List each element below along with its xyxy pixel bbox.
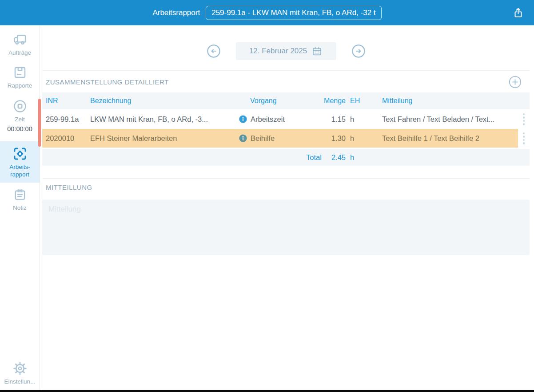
notepad-icon	[12, 187, 28, 202]
sidebar-item-rapporte[interactable]: Rapporte	[0, 65, 40, 89]
recording-indicator	[38, 99, 41, 147]
total-label: Total	[306, 153, 322, 161]
cell-mitteilung: Text Fahren / Text Beladen / Text...	[364, 115, 518, 124]
table-row-selected[interactable]: 2020010 EFH Steiner Malerarbeiten Beihil	[42, 129, 530, 148]
cell-vorgang: Beihilfe	[239, 134, 295, 143]
machine-selector-button[interactable]: 259-99.1a - LKW MAN mit Kran, FB, o ARd,…	[206, 6, 381, 20]
table-header-row: INR Bezeichnung Vorgang Menge EH Mitteil…	[42, 92, 530, 109]
message-section-title: MITTEILLUNG	[46, 184, 92, 191]
row-menu-button[interactable]	[518, 129, 530, 148]
cell-mitteilung: Text Beihilfe 1 / Text Beihilfe 2	[364, 134, 518, 143]
sidebar: Aufträge Rapporte	[0, 25, 40, 392]
message-section-header: MITTEILLUNG	[42, 179, 530, 195]
date-picker-button[interactable]: 12. Februar 2025	[236, 42, 336, 60]
truck-icon	[12, 32, 28, 47]
sidebar-item-einstellungen[interactable]: Einstellun...	[0, 361, 40, 385]
table-total-row: Total2.45 h	[42, 149, 530, 166]
cell-eh: h	[346, 134, 364, 143]
vorgang-label: Arbeitszeit	[251, 115, 285, 124]
cell-menge: 1.30	[295, 134, 346, 143]
column-header-inr: INR	[46, 97, 90, 105]
work-report-icon	[12, 146, 28, 162]
date-label: 12. Februar 2025	[249, 47, 307, 56]
info-icon[interactable]	[239, 115, 247, 123]
add-entry-button[interactable]	[509, 76, 522, 88]
total-value: 2.45	[331, 153, 346, 161]
previous-day-button[interactable]	[207, 44, 221, 58]
column-header-mitteilung: Mitteilung	[364, 97, 530, 105]
sidebar-item-arbeitsrapport[interactable]: Arbeits-rapport	[0, 141, 40, 183]
cell-inr: 259-99.1a	[46, 115, 90, 124]
share-icon	[512, 7, 524, 19]
reports-icon	[12, 65, 28, 80]
message-input[interactable]	[42, 200, 530, 255]
summary-table: INR Bezeichnung Vorgang Menge EH Mitteil…	[42, 92, 530, 166]
sidebar-item-label: Arbeits-rapport	[9, 164, 30, 179]
cell-bezeichnung: EFH Steiner Malerarbeiten	[90, 134, 239, 143]
column-header-vorgang: Vorgang	[239, 97, 295, 105]
column-header-bezeichnung: Bezeichnung	[90, 97, 239, 105]
sidebar-item-label: Zeit	[15, 116, 25, 123]
cell-inr: 2020010	[46, 134, 90, 143]
top-bar: Arbeitsrapport 259-99.1a - LKW MAN mit K…	[0, 0, 534, 25]
content-area: 12. Februar 2025	[40, 25, 534, 392]
sidebar-item-label: Rapporte	[8, 82, 32, 89]
summary-section-header: ZUSAMMENSTELLUNG DETAILLIERT	[42, 71, 530, 92]
arrow-left-circle-icon	[207, 44, 221, 58]
cell-bezeichnung: LKW MAN mit Kran, FB, o ARd, -3...	[90, 115, 239, 124]
main-area: Aufträge Rapporte	[0, 25, 534, 392]
sidebar-item-notiz[interactable]: Notiz	[0, 187, 40, 211]
bottom-bar	[0, 390, 534, 392]
vorgang-label: Beihilfe	[251, 134, 275, 143]
column-header-eh: EH	[346, 97, 364, 105]
column-header-menge: Menge	[295, 97, 346, 105]
stop-circle-icon	[12, 99, 28, 114]
plus-circle-icon	[509, 76, 522, 88]
sidebar-item-label: Notiz	[13, 204, 27, 211]
cell-menge: 1.15	[295, 115, 346, 124]
share-button[interactable]	[512, 7, 524, 19]
summary-section-title: ZUSAMMENSTELLUNG DETAILLIERT	[46, 78, 169, 86]
gear-icon	[12, 361, 28, 376]
kebab-menu-icon	[523, 113, 525, 125]
table-row[interactable]: 259-99.1a LKW MAN mit Kran, FB, o ARd, -…	[42, 110, 530, 128]
cell-eh: h	[346, 115, 364, 124]
kebab-menu-icon	[523, 132, 525, 144]
arrow-right-circle-icon	[351, 44, 366, 58]
cell-vorgang: Arbeitszeit	[239, 115, 295, 124]
machine-selector-label: 259-99.1a - LKW MAN mit Kran, FB, o ARd,…	[211, 8, 375, 17]
info-icon[interactable]	[239, 134, 247, 142]
total-unit: h	[346, 153, 364, 162]
app-window: Arbeitsrapport 259-99.1a - LKW MAN mit K…	[0, 0, 534, 392]
next-day-button[interactable]	[351, 44, 366, 58]
sidebar-item-label: Einstellun...	[4, 378, 36, 385]
sidebar-item-zeit[interactable]: Zeit 00:00:00	[0, 99, 40, 132]
sidebar-item-label: Aufträge	[8, 49, 31, 56]
time-counter: 00:00:00	[7, 125, 32, 132]
row-menu-button[interactable]	[518, 110, 530, 128]
date-navigation: 12. Februar 2025	[42, 42, 530, 60]
total-cell: Total2.45	[295, 153, 346, 162]
page-title: Arbeitsrapport	[152, 8, 200, 17]
calendar-icon	[311, 46, 323, 57]
sidebar-item-auftraege[interactable]: Aufträge	[0, 32, 40, 56]
